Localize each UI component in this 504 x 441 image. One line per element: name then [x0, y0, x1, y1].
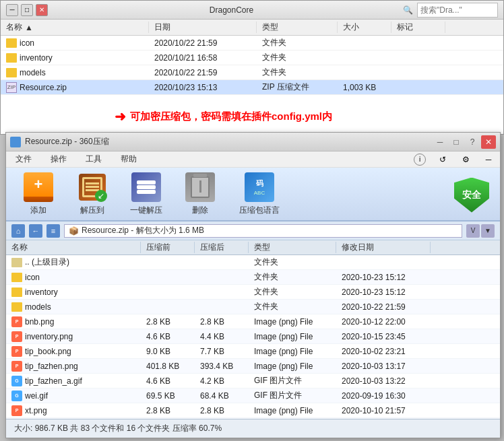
file-row[interactable]: icon 2020/10/22 21:59 文件夹: [1, 36, 503, 50]
info-icon[interactable]: i: [414, 154, 426, 166]
zip-file-type: GIF 图片文件: [249, 390, 336, 401]
view-down-btn[interactable]: ▼: [481, 224, 495, 238]
view-buttons: V ▼: [466, 224, 495, 238]
zip-file-before: 401.8 KB: [141, 362, 195, 371]
zip-window-title: Resource.zip - 360压缩: [25, 136, 109, 147]
zip-file-row[interactable]: icon 文件夹 2020-10-23 15:12: [6, 270, 500, 285]
zip-file-before: 9.0 KB: [141, 347, 195, 356]
col-mark[interactable]: 标记: [391, 22, 445, 33]
zip-file-after: 68.4 KB: [195, 391, 249, 401]
zip-menubar: 文件 操作 工具 帮助 i ↺ ⚙ ─: [6, 151, 500, 168]
png-icon: P: [11, 405, 22, 416]
zip-file-type: GIF 图片文件: [249, 375, 336, 386]
explorer-titlebar: ─ □ ✕ DragonCore 🔍: [1, 1, 503, 20]
zip-file-row[interactable]: Pinventory.png 4.6 KB 4.4 KB Image (png)…: [6, 329, 500, 344]
add-button[interactable]: + 添加: [14, 170, 63, 217]
zip-minimize-btn[interactable]: ─: [433, 135, 447, 149]
file-row[interactable]: models 2020/10/22 21:59 文件夹: [1, 65, 503, 80]
zip-file-name: .. (上级目录): [6, 257, 141, 268]
maximize-btn[interactable]: □: [21, 4, 33, 16]
zip-file-date: 2020-10-02 23:21: [336, 347, 431, 356]
folder-icon: [6, 53, 17, 63]
col-size[interactable]: 大小: [338, 22, 391, 33]
zip-file-type: Image (png) File: [249, 362, 336, 371]
folder-icon: [11, 287, 22, 297]
delete-label: 删除: [192, 205, 208, 216]
menu-file[interactable]: 文件: [11, 152, 36, 166]
file-type: 文件夹: [257, 67, 338, 78]
col-date[interactable]: 日期: [149, 22, 257, 33]
png-icon: P: [11, 331, 22, 342]
nav-back-btn[interactable]: ←: [29, 224, 42, 238]
zip-file-after: 2.8 KB: [195, 317, 249, 327]
zip-file-list: .. (上级目录) 文件夹 icon 文件夹 2020-10-23 15:12 …: [6, 255, 500, 430]
menu-operation[interactable]: 操作: [46, 152, 71, 166]
safety-badge: 安全: [451, 173, 492, 217]
zip-file-date: 2020-09-19 16:30: [336, 391, 431, 401]
zip-file-name: Pinventory.png: [6, 331, 141, 342]
annotation-bar: ➜ 可加密压缩包，密码需填在插件config.yml内: [0, 104, 504, 129]
zip-file-before: 4.6 KB: [141, 332, 195, 341]
lang-button[interactable]: 码 ABC 压缩包语言: [230, 170, 289, 217]
zip-file-row[interactable]: inventory 文件夹 2020-10-23 15:12: [6, 285, 500, 300]
zip-icon-path: 📦: [69, 226, 79, 236]
zip-col-after[interactable]: 压缩后: [195, 242, 249, 253]
zip-file-type: 文件夹: [249, 286, 336, 298]
file-row[interactable]: inventory 2020/10/21 16:58 文件夹: [1, 50, 503, 65]
file-date: 2020/10/21 16:58: [149, 53, 257, 63]
zip-file-name: models: [6, 302, 141, 312]
delete-icon: [185, 172, 215, 202]
path-text: Resource.zip - 解包大小为 1.6 MB: [82, 225, 204, 236]
zip-file-date: 2020-10-22 21:59: [336, 302, 431, 312]
zip-file-date: 2020-10-15 23:45: [336, 332, 431, 341]
zip-file-date: 2020-10-23 15:12: [336, 287, 431, 297]
zip-col-name[interactable]: 名称: [6, 242, 141, 253]
oneclick-button[interactable]: 一键解压: [122, 170, 170, 217]
zip-app-icon: [10, 137, 21, 147]
min-icon2[interactable]: ─: [482, 154, 495, 166]
nav-home-btn[interactable]: ⌂: [11, 224, 25, 238]
zip-file-after: 4.2 KB: [195, 376, 249, 386]
folder-icon: [11, 273, 22, 282]
extract-label: 解压到: [80, 205, 104, 216]
zip-file-row[interactable]: Gtip_fazhen_a.gif 4.6 KB 4.2 KB GIF 图片文件…: [6, 374, 500, 388]
zip-file-row[interactable]: Ptip_book.png 9.0 KB 7.7 KB Image (png) …: [6, 344, 500, 359]
menu-help[interactable]: 帮助: [117, 152, 141, 166]
search-input[interactable]: [417, 3, 498, 18]
col-name[interactable]: 名称 ▲: [1, 22, 149, 33]
zip-file-row[interactable]: Pxt.png 2.8 KB 2.8 KB Image (png) File 2…: [6, 403, 500, 418]
file-type: 文件夹: [257, 37, 338, 48]
zip-file-row[interactable]: Ptip_fazhen.png 401.8 KB 393.4 KB Image …: [6, 359, 500, 374]
extract-button[interactable]: ↙ 解压到: [68, 170, 117, 217]
annotation-text: ➜ 可加密压缩包，密码需填在插件config.yml内: [115, 108, 332, 125]
file-type: 文件夹: [257, 52, 338, 63]
zip-file-row[interactable]: Pbnb.png 2.8 KB 2.8 KB Image (png) File …: [6, 314, 500, 329]
minimize-btn[interactable]: ─: [6, 4, 18, 16]
status-text: 大小: 986.7 KB 共 83 个文件和 16 个文件夹 压缩率 60.7%: [14, 423, 222, 434]
zip-col-date[interactable]: 修改日期: [336, 242, 431, 253]
refresh-icon[interactable]: ↺: [437, 154, 449, 166]
file-row[interactable]: ZIPResource.zip 2020/10/23 15:13 ZIP 压缩文…: [1, 80, 503, 95]
zip-file-row[interactable]: Gwei.gif 69.5 KB 68.4 KB GIF 图片文件 2020-0…: [6, 388, 500, 403]
close-btn[interactable]: ✕: [36, 4, 48, 16]
shield-icon: 安全: [454, 178, 489, 213]
zip-close-btn[interactable]: ✕: [481, 135, 496, 149]
zip-file-name: Pxt.png: [6, 405, 141, 416]
nav-list-btn[interactable]: ≡: [46, 224, 60, 238]
zip-file-before: 2.8 KB: [141, 406, 195, 415]
view-v-btn[interactable]: V: [466, 224, 480, 238]
zip-help-btn[interactable]: ?: [465, 135, 480, 149]
zip-maxrestore-btn[interactable]: □: [449, 135, 464, 149]
col-type[interactable]: 类型: [257, 22, 338, 33]
zip-file-type: 文件夹: [249, 257, 336, 268]
file-name: ZIPResource.zip: [1, 82, 149, 93]
settings-icon[interactable]: ⚙: [460, 154, 472, 166]
menu-tools[interactable]: 工具: [82, 152, 106, 166]
zip-file-row[interactable]: .. (上级目录) 文件夹: [6, 255, 500, 270]
zip-col-before[interactable]: 压缩前: [141, 242, 195, 253]
zip-file-before: 4.6 KB: [141, 376, 195, 386]
zip-file-row[interactable]: models 文件夹 2020-10-22 21:59: [6, 300, 500, 314]
zip-toolbar: + 添加 ↙: [6, 168, 500, 222]
delete-button[interactable]: 删除: [176, 170, 224, 217]
zip-col-type[interactable]: 类型: [249, 242, 336, 253]
